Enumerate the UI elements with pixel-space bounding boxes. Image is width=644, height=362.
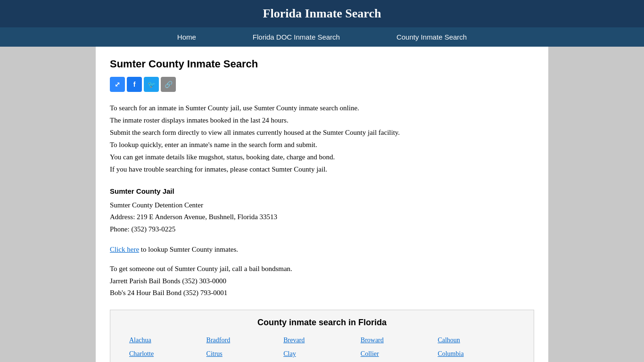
share-button[interactable]: ⤢ [110, 77, 125, 92]
jail-name: Sumter County Detention Center [110, 199, 534, 212]
county-search-title: County inmate search in Florida [120, 318, 524, 328]
nav-fl-doc[interactable]: Florida DOC Inmate Search [224, 27, 368, 47]
desc-line-1: To search for an inmate in Sumter County… [110, 102, 534, 114]
county-link[interactable]: Columbia [438, 348, 515, 360]
site-header: Florida Inmate Search [0, 0, 644, 27]
jail-info-section: Sumter County Jail Sumter County Detenti… [110, 185, 534, 235]
bail-section: To get someone out of Sumter County jail… [110, 263, 534, 299]
bail-line-2: Jarrett Parish Bail Bonds (352) 303-0000 [110, 275, 534, 288]
twitter-button[interactable]: 🐦 [144, 77, 159, 92]
main-nav: Home Florida DOC Inmate Search County In… [0, 27, 644, 47]
main-content: Sumter County Inmate Search ⤢ f 🐦 🔗 To s… [96, 47, 548, 362]
desc-line-4: To lookup quickly, enter an inmate's nam… [110, 139, 534, 150]
jail-address: Address: 219 E Anderson Avenue, Bushnell… [110, 211, 534, 223]
nav-home[interactable]: Home [149, 27, 224, 47]
bail-line-3: Bob's 24 Hour Bail Bond (352) 793-0001 [110, 287, 534, 299]
description-section: To search for an inmate in Sumter County… [110, 102, 534, 175]
county-link[interactable]: Charlotte [129, 348, 206, 360]
county-link[interactable]: Bradford [206, 334, 284, 346]
lookup-suffix: to lookup Sumter County inmates. [139, 246, 238, 253]
desc-line-5: You can get inmate details like mugshot,… [110, 151, 534, 163]
county-grid: AlachuaBradfordBrevardBrowardCalhounChar… [120, 334, 524, 360]
page-title: Sumter County Inmate Search [110, 58, 534, 70]
click-here-link[interactable]: Click here [110, 246, 139, 253]
desc-line-2: The inmate roster displays inmates booke… [110, 115, 534, 126]
county-link[interactable]: Clay [283, 348, 361, 360]
jail-title: Sumter County Jail [110, 185, 534, 197]
county-link[interactable]: Brevard [283, 334, 361, 346]
desc-line-3: Submit the search form directly to view … [110, 127, 534, 138]
jail-phone: Phone: (352) 793-0225 [110, 223, 534, 236]
county-link[interactable]: Alachua [129, 334, 206, 346]
bail-line-1: To get someone out of Sumter County jail… [110, 263, 534, 275]
copy-link-button[interactable]: 🔗 [161, 77, 176, 92]
county-link[interactable]: Collier [361, 348, 438, 360]
nav-county[interactable]: County Inmate Search [368, 27, 495, 47]
county-link[interactable]: Calhoun [438, 334, 515, 346]
site-title: Florida Inmate Search [0, 7, 644, 21]
county-search-section: County inmate search in Florida AlachuaB… [110, 310, 534, 362]
lookup-line: Click here to lookup Sumter County inmat… [110, 246, 534, 254]
facebook-button[interactable]: f [127, 77, 142, 92]
county-link[interactable]: Citrus [206, 348, 284, 360]
social-buttons: ⤢ f 🐦 🔗 [110, 77, 534, 92]
desc-line-6: If you have trouble searching for inmate… [110, 164, 534, 175]
county-link[interactable]: Broward [361, 334, 438, 346]
